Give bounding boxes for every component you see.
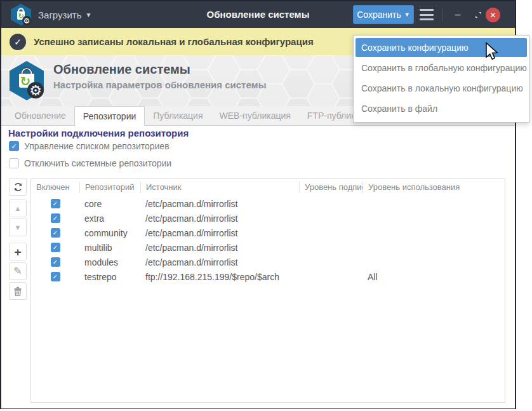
repo-source: /etc/pacman.d/mirrorlist — [140, 199, 299, 209]
caret-down-icon: ▼ — [404, 11, 410, 18]
checkbox-unchecked[interactable] — [9, 158, 19, 168]
checkbox-label: Управление списком репозиториев — [24, 141, 170, 151]
row-checkbox-checked[interactable]: ✓ — [51, 257, 60, 267]
menu-item-save-global-configuration[interactable]: Сохранить в глобальную конфигурацию — [356, 58, 527, 77]
row-checkbox-checked[interactable]: ✓ — [51, 243, 60, 252]
notification-message: Успешно записаны локальная и глобальная … — [34, 36, 314, 47]
titlebar-separator — [442, 8, 442, 21]
load-button-label: Загрузить — [38, 10, 82, 20]
save-dropdown-menu: Сохранить конфигурацию Сохранить в глоба… — [353, 35, 529, 123]
menu-item-save-configuration[interactable]: Сохранить конфигурацию — [356, 38, 527, 57]
refresh-icon — [13, 182, 23, 192]
row-checkbox-checked[interactable]: ✓ — [51, 199, 60, 208]
table-header-row: Включен Репозиторий Источник Уровень под… — [31, 179, 505, 196]
table-row[interactable]: ✓ modules /etc/pacman.d/mirrorlist — [31, 255, 505, 269]
section-heading: Настройки подключения репозитория — [8, 128, 189, 138]
repo-usage-level: All — [362, 272, 505, 282]
disable-system-repos-checkbox-row[interactable]: Отключить системные репозитории — [9, 158, 171, 168]
success-check-icon: ✓ — [10, 34, 26, 50]
table-row[interactable]: ✓ core /etc/pacman.d/mirrorlist — [31, 196, 505, 211]
column-header-source[interactable]: Источник — [140, 182, 299, 193]
load-dropdown-button[interactable]: Загрузить ▼ — [38, 1, 91, 28]
refresh-button[interactable] — [9, 178, 27, 196]
svg-text:⚙: ⚙ — [29, 83, 42, 98]
app-icon: ↻ ⚙ — [9, 3, 33, 26]
titlebar: ↻ ⚙ Загрузить ▼ Обновление системы Сохра… — [1, 1, 515, 28]
save-dropdown-button[interactable]: Сохранить ▼ — [353, 5, 414, 24]
repo-source: /etc/pacman.d/mirrorlist — [140, 257, 299, 267]
update-hexagon-icon: ↻ ⚙ — [6, 60, 48, 102]
menu-item-save-local-configuration[interactable]: Сохранить в локальную конфигурацию — [356, 79, 527, 98]
repo-source: /etc/pacman.d/mirrorlist — [140, 213, 299, 224]
column-header-usage-level[interactable]: Уровень использования — [362, 182, 505, 193]
column-header-signature-level[interactable]: Уровень подписи — [299, 182, 362, 193]
minimize-button[interactable]: – — [449, 1, 466, 28]
tab-web-publication[interactable]: WEB-публикация — [211, 106, 299, 125]
column-header-enabled[interactable]: Включен — [31, 182, 79, 193]
restore-icon — [474, 11, 482, 19]
tab-update[interactable]: Обновление — [6, 106, 74, 125]
repo-source: /etc/pacman.d/mirrorlist — [140, 228, 299, 238]
column-header-repository[interactable]: Репозиторий — [79, 182, 140, 193]
caret-down-icon: ▼ — [86, 11, 92, 18]
arrow-down-icon: ▼ — [15, 224, 22, 231]
repo-name: testrepo — [79, 272, 140, 282]
table-row[interactable]: ✓ testrepo ftp://192.168.215.199/$repo/$… — [31, 269, 505, 284]
desktop: ↻ ⚙ Загрузить ▼ Обновление системы Сохра… — [0, 0, 532, 411]
table-row[interactable]: ✓ community /etc/pacman.d/mirrorlist — [31, 226, 505, 240]
close-button[interactable]: ✕ — [486, 8, 500, 22]
trash-icon — [13, 286, 22, 296]
repo-name: multilib — [79, 243, 140, 253]
table-row[interactable]: ✓ multilib /etc/pacman.d/mirrorlist — [31, 240, 505, 255]
pencil-icon: ✎ — [13, 266, 22, 276]
menu-item-save-to-file[interactable]: Сохранить в файл — [356, 99, 527, 118]
banner-title: Обновление системы — [53, 62, 190, 77]
save-button-label: Сохранить — [357, 10, 401, 20]
add-repo-button[interactable]: + — [9, 243, 27, 260]
delete-repo-button[interactable] — [9, 282, 27, 300]
arrow-up-icon: ▲ — [15, 205, 22, 212]
row-checkbox-checked[interactable]: ✓ — [51, 272, 60, 281]
manage-repo-list-checkbox-row[interactable]: ✓ Управление списком репозиториев — [9, 141, 170, 151]
checkbox-label: Отключить системные репозитории — [24, 158, 171, 168]
repo-source: /etc/pacman.d/mirrorlist — [140, 243, 299, 253]
row-checkbox-checked[interactable]: ✓ — [51, 228, 60, 238]
repo-name: extra — [79, 213, 140, 224]
repositories-panel: Настройки подключения репозитория ✓ Упра… — [1, 126, 515, 408]
move-up-button[interactable]: ▲ — [9, 199, 27, 217]
edit-repo-button[interactable]: ✎ — [9, 262, 27, 280]
table-row[interactable]: ✓ extra /etc/pacman.d/mirrorlist — [31, 211, 505, 226]
menu-hamburger-icon[interactable] — [420, 9, 434, 20]
repo-name: community — [79, 228, 140, 238]
plus-icon: + — [14, 246, 21, 258]
tab-publication[interactable]: Публикация — [145, 106, 211, 125]
row-checkbox-checked[interactable]: ✓ — [51, 213, 60, 223]
svg-text:⚙: ⚙ — [23, 17, 30, 25]
repo-source: ftp://192.168.215.199/$repo/$arch — [140, 272, 299, 282]
tab-repositories[interactable]: Репозитории — [74, 106, 145, 126]
maximize-button[interactable] — [470, 1, 486, 28]
checkbox-checked[interactable]: ✓ — [9, 141, 19, 151]
repo-name: core — [79, 199, 140, 209]
repositories-table: Включен Репозиторий Источник Уровень под… — [30, 178, 505, 403]
move-down-button[interactable]: ▼ — [9, 219, 27, 236]
repo-name: modules — [79, 257, 140, 267]
banner-subtitle: Настройка параметров обновления системы — [53, 79, 267, 90]
